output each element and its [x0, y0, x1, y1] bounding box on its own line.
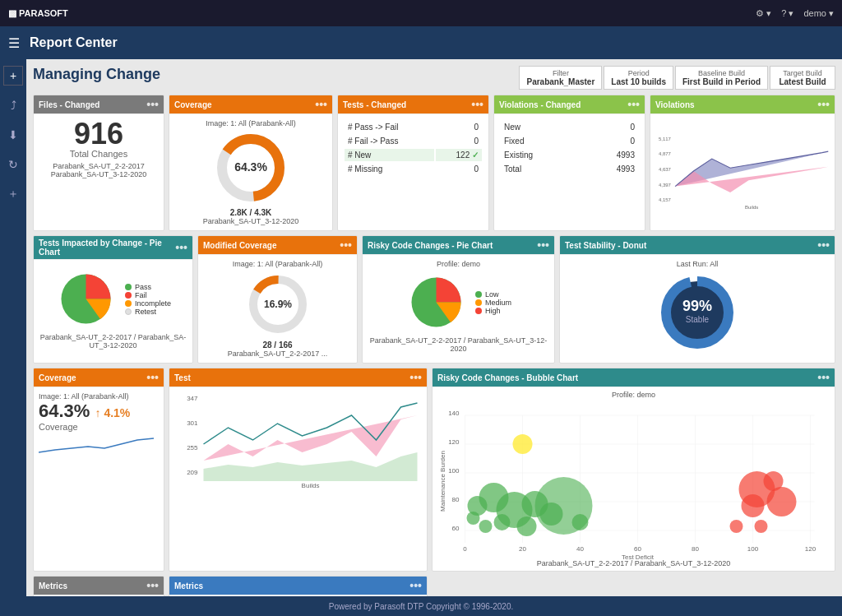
svg-text:347: 347	[187, 395, 198, 402]
widget-test-chart: Test ••• 347 301 255 209	[169, 368, 428, 572]
table-row: # Fail -> Pass0	[345, 135, 482, 147]
svg-text:140: 140	[448, 410, 460, 417]
nav-right: ⚙ ▾ ? ▾ demo ▾	[756, 8, 834, 19]
main-content: Managing Change Filter Parabank_Master P…	[26, 59, 842, 596]
table-row-highlight: # New122 ✓	[345, 149, 482, 161]
widget-tests-menu[interactable]: •••	[471, 98, 483, 111]
svg-text:4,397: 4,397	[659, 183, 671, 188]
widget-violations-chart: Violations ••• 5,117 4,877 4,637 4,397 4…	[650, 95, 835, 231]
pie-svg	[55, 268, 117, 330]
cov2-label: Coverage	[39, 422, 159, 432]
svg-text:80: 80	[692, 545, 699, 553]
svg-text:301: 301	[187, 419, 198, 427]
widget-violations-menu[interactable]: •••	[627, 98, 640, 111]
row-2: Tests Impacted by Change - Pie Chart •••	[33, 235, 835, 364]
widget-tests-changed: Tests - Changed ••• # Pass -> Fail0 # Fa…	[337, 95, 489, 231]
svg-point-58	[479, 520, 493, 533]
widget-riskypie-menu[interactable]: •••	[537, 239, 549, 252]
table-row: New0	[501, 121, 638, 133]
gear-icon[interactable]: ⚙ ▾	[756, 8, 771, 19]
svg-text:4,637: 4,637	[659, 167, 671, 172]
widget-tests-header: Tests - Changed •••	[338, 95, 488, 114]
svg-text:255: 255	[187, 444, 198, 452]
svg-text:5,117: 5,117	[659, 137, 671, 141]
violations-table: New0 Fixed0 Existing4993 Total4993	[499, 119, 640, 177]
widget-metricstbl-header: Metrics •••	[169, 577, 427, 595]
modcov-sub: Parabank_SA-UT_2-2-2017 ...	[203, 350, 352, 358]
files-big-label: Total Changes	[39, 149, 159, 159]
help-icon[interactable]: ? ▾	[781, 8, 793, 19]
widget-violations-changed: Violations - Changed ••• New0 Fixed0 Exi…	[493, 95, 645, 231]
svg-text:99%: 99%	[682, 298, 712, 314]
svg-text:209: 209	[187, 469, 198, 476]
sidebar-download-icon[interactable]: ⬇	[3, 125, 23, 145]
widget-coverage-menu[interactable]: •••	[315, 98, 327, 111]
svg-text:0: 0	[463, 545, 467, 553]
svg-point-62	[572, 514, 589, 530]
pie-legend: Pass Fail Incomplete Retest	[125, 283, 171, 316]
widget-coverage-header: Coverage •••	[169, 95, 332, 114]
widget-violations-chart-header: Violations •••	[650, 95, 835, 114]
widget-violations-chart-body: 5,117 4,877 4,637 4,397 4,157	[650, 114, 835, 228]
svg-point-57	[494, 514, 511, 530]
files-big-number: 916	[39, 119, 159, 149]
widget-risky-pie: Risky Code Changes - Pie Chart ••• Profi…	[362, 235, 555, 364]
widget-stability-header: Test Stability - Donut •••	[560, 236, 835, 255]
widget-bubble-menu[interactable]: •••	[817, 371, 830, 384]
widget-files-changed: Files - Changed ••• 916 Total Changes Pa…	[33, 95, 164, 231]
widget-pie-chart: Tests Impacted by Change - Pie Chart •••	[33, 235, 193, 364]
svg-text:4,877: 4,877	[659, 151, 671, 156]
svg-text:80: 80	[452, 496, 460, 503]
widget-testchart-header: Test •••	[169, 368, 427, 387]
sidebar-share-icon[interactable]: ⤴	[3, 95, 23, 115]
widget-modcov-header: Modified Coverage •••	[198, 236, 357, 255]
svg-text:Builds: Builds	[745, 205, 758, 210]
table-row: Fixed0	[501, 135, 638, 147]
widget-metrics-small: Metrics ••• 169 Sum Number of Files	[33, 576, 164, 596]
cov2-percent: 64.3% ↑ 4.1%	[39, 401, 159, 422]
widget-riskypie-header: Risky Code Changes - Pie Chart •••	[363, 236, 554, 255]
widget-violations-header: Violations - Changed •••	[494, 95, 645, 114]
widget-metricssm-body: 169 Sum Number of Files	[34, 595, 164, 596]
parasoft-logo: ▩ PARASOFT	[8, 8, 68, 19]
widget-files-header: Files - Changed •••	[34, 95, 164, 114]
svg-text:4,157: 4,157	[659, 197, 671, 202]
filter-box-2: Baseline Build First Build in Period	[675, 66, 768, 90]
widget-stability-menu[interactable]: •••	[817, 239, 830, 252]
sidebar-refresh-icon[interactable]: ↻	[3, 155, 23, 174]
svg-point-69	[730, 520, 743, 533]
widget-stability-body: Last Run: All 99% Stable	[560, 255, 835, 362]
table-row: Existing4993	[501, 149, 638, 161]
dashboard-grid: Files - Changed ••• 916 Total Changes Pa…	[33, 95, 835, 596]
svg-marker-24	[204, 415, 418, 461]
row-3: Coverage ••• Image: 1: All (Parabank-All…	[33, 368, 835, 572]
sidebar-add-icon[interactable]: +	[3, 66, 23, 86]
risky-pie-area: Low Medium High	[368, 268, 549, 336]
bubble-svg: Maintenance Burden 140 120 100 80 60 0 2…	[436, 399, 831, 559]
widget-pie-menu[interactable]: •••	[175, 241, 187, 254]
widget-files-menu[interactable]: •••	[146, 98, 159, 111]
risky-pie-svg	[405, 271, 467, 333]
widget-bubble-header: Risky Code Changes - Bubble Chart •••	[433, 368, 835, 387]
widget-modcov-menu[interactable]: •••	[340, 239, 352, 252]
widget-metricstbl-menu[interactable]: •••	[409, 579, 422, 592]
widget-metricssm-header: Metrics •••	[34, 577, 164, 595]
svg-text:16.9%: 16.9%	[263, 299, 291, 310]
widget-modcov-body: Image: 1: All (Parabank-All) 16.9% 28 / …	[198, 255, 357, 363]
sidebar-plus-icon[interactable]: ＋	[3, 184, 23, 204]
widget-cov2-menu[interactable]: •••	[146, 371, 159, 384]
widget-pie-body: Pass Fail Incomplete Retest Parabank_SA-…	[34, 260, 192, 354]
hamburger-menu[interactable]: ☰	[8, 35, 20, 51]
svg-point-68	[742, 494, 765, 517]
logo-text: PARASOFT	[19, 8, 68, 18]
svg-text:60: 60	[452, 525, 460, 532]
svg-point-66	[764, 471, 784, 491]
footer-text: Powered by Parasoft DTP Copyright © 1996…	[329, 602, 514, 611]
widget-metricssm-menu[interactable]: •••	[146, 579, 159, 592]
widget-violations-chart-menu[interactable]: •••	[817, 98, 830, 111]
user-menu[interactable]: demo ▾	[803, 8, 834, 19]
modcov-donut: 16.9%	[203, 271, 352, 337]
widget-testchart-menu[interactable]: •••	[409, 371, 422, 384]
svg-point-65	[767, 487, 797, 516]
modcov-fraction: 28 / 166	[203, 340, 352, 350]
